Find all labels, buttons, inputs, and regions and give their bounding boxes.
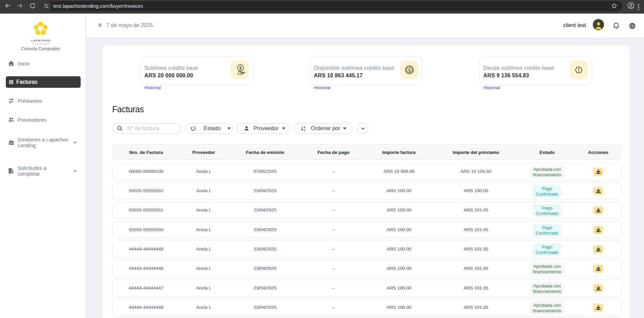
svg-text:Z: Z [304, 128, 305, 131]
svg-text:$: $ [239, 65, 242, 71]
svg-text:®: ® [47, 29, 48, 31]
svg-text:A: A [304, 126, 305, 128]
svg-text:$: $ [408, 68, 410, 73]
